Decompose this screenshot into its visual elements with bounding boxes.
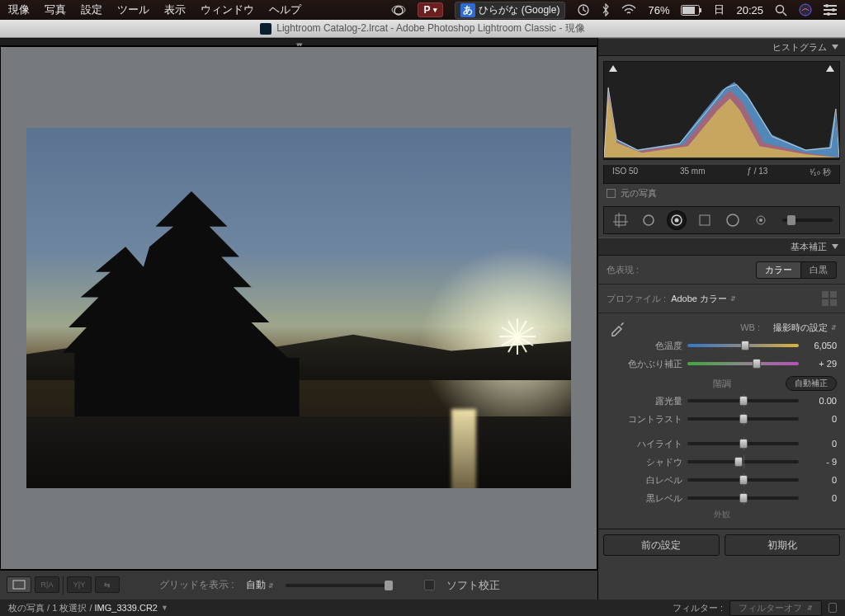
temp-label: 色温度 xyxy=(607,340,682,352)
creative-cloud-icon[interactable] xyxy=(391,4,406,16)
basic-title: 基本補正 xyxy=(791,241,827,253)
bluetooth-icon[interactable] xyxy=(602,3,610,16)
iso-value: ISO 50 xyxy=(612,167,638,178)
treatment-color[interactable]: カラー xyxy=(756,261,801,279)
temp-value[interactable]: 6,050 xyxy=(804,341,837,350)
exposure-value[interactable]: 0.00 xyxy=(804,396,837,406)
view-before-after-y-button[interactable]: Y|Y xyxy=(67,576,92,593)
image-canvas[interactable] xyxy=(0,46,597,570)
auto-tone-button[interactable]: 自動補正 xyxy=(786,376,837,391)
disclosure-icon xyxy=(832,45,838,49)
contrast-label: コントラスト xyxy=(607,413,682,426)
disclosure-icon xyxy=(832,244,838,249)
svg-point-13 xyxy=(825,4,828,7)
filter-lock-icon[interactable] xyxy=(828,603,837,613)
filter-label: フィルター : xyxy=(673,602,723,614)
view-loupe-button[interactable] xyxy=(7,576,31,593)
softproof-checkbox[interactable] xyxy=(424,580,435,590)
shadows-slider[interactable] xyxy=(687,456,799,468)
siri-icon[interactable] xyxy=(799,3,812,16)
menu-photo[interactable]: 写真 xyxy=(45,2,66,17)
app-switcher-icon[interactable]: P▾ xyxy=(418,2,443,17)
wb-eyedropper-tool[interactable] xyxy=(607,316,630,339)
menu-tools[interactable]: ツール xyxy=(117,2,149,17)
reset-button[interactable]: 初期化 xyxy=(725,534,841,556)
spot-tool[interactable] xyxy=(639,210,659,230)
svg-point-26 xyxy=(759,219,762,222)
whites-label: 白レベル xyxy=(607,474,682,487)
treatment-toggle[interactable]: カラー 白黒 xyxy=(756,261,837,279)
basic-header[interactable]: 基本補正 xyxy=(598,237,845,256)
original-photo-toggle[interactable]: 元の写真 xyxy=(598,184,845,203)
tool-size-slider[interactable] xyxy=(782,219,833,222)
whites-slider[interactable] xyxy=(687,474,799,486)
profile-browser-icon[interactable] xyxy=(822,291,837,306)
checkbox-icon xyxy=(607,189,616,198)
svg-line-7 xyxy=(783,12,786,16)
svg-rect-4 xyxy=(682,7,695,14)
grid-opacity-slider[interactable] xyxy=(286,584,393,587)
histogram[interactable] xyxy=(603,61,840,160)
menu-develop[interactable]: 現像 xyxy=(8,2,30,17)
exposure-slider[interactable] xyxy=(687,395,799,407)
shadows-label: シャドウ xyxy=(607,456,682,468)
control-center-icon[interactable] xyxy=(824,4,837,16)
view-swap-button[interactable]: ⇆ xyxy=(95,576,120,593)
svg-rect-23 xyxy=(700,215,710,225)
local-tools-strip xyxy=(603,206,840,234)
time-machine-icon[interactable] xyxy=(577,3,590,16)
tint-value[interactable]: + 29 xyxy=(804,359,837,369)
menu-help[interactable]: ヘルプ xyxy=(269,2,301,17)
window-title: Lightroom Catalog-2.lrcat - Adobe Photos… xyxy=(276,21,585,35)
status-bar: 枚の写真 / 1 枚選択 / IMG_3339.CR2 ▼ フィルター : フィ… xyxy=(0,600,845,616)
highlights-value[interactable]: 0 xyxy=(804,439,837,449)
svg-point-6 xyxy=(777,5,784,12)
module-picker-collapsed[interactable]: ▾▾ xyxy=(0,38,597,46)
blacks-value[interactable]: 0 xyxy=(804,493,837,503)
battery-icon[interactable] xyxy=(681,5,702,16)
wifi-icon[interactable] xyxy=(621,4,636,16)
view-before-after-lr-button[interactable]: R|A xyxy=(35,576,59,593)
svg-point-15 xyxy=(827,12,830,16)
histogram-header[interactable]: ヒストグラム xyxy=(598,38,845,56)
crop-tool[interactable] xyxy=(611,210,630,230)
selection-count: 枚の写真 / 1 枚選択 / xyxy=(8,602,92,614)
redeye-tool[interactable] xyxy=(667,210,687,230)
menu-view[interactable]: 表示 xyxy=(164,2,186,17)
exif-readout: ISO 50 35 mm ƒ / 13 ¹⁄₁₀ 秒 xyxy=(603,165,840,184)
wb-preset-popup[interactable]: 撮影時の設定⇵ xyxy=(773,322,837,334)
svg-point-24 xyxy=(727,214,739,226)
svg-point-20 xyxy=(644,215,654,225)
menu-window[interactable]: ウィンドウ xyxy=(201,2,254,17)
previous-settings-button[interactable]: 前の設定 xyxy=(603,534,720,556)
treatment-bw[interactable]: 白黒 xyxy=(801,261,837,279)
macos-menubar: 現像 写真 設定 ツール 表示 ウィンドウ ヘルプ P▾ あ ひらがな (Goo… xyxy=(0,0,845,20)
filename-dropdown-icon[interactable]: ▼ xyxy=(161,604,168,612)
contrast-value[interactable]: 0 xyxy=(804,414,837,424)
battery-percent: 76% xyxy=(648,4,669,16)
profile-popup[interactable]: Adobe カラー⇵ xyxy=(671,293,736,305)
filter-popup[interactable]: フィルターオフ⇵ xyxy=(729,600,822,616)
spotlight-icon[interactable] xyxy=(775,4,787,16)
radial-tool[interactable] xyxy=(723,210,743,230)
grid-mode-popup[interactable]: 自動 ⇵ xyxy=(246,578,274,592)
ime-indicator[interactable]: あ ひらがな (Google) xyxy=(455,2,565,19)
clock-time: 20:25 xyxy=(736,4,763,16)
contrast-slider[interactable] xyxy=(687,413,799,425)
histogram-title: ヒストグラム xyxy=(772,41,827,54)
highlights-slider[interactable] xyxy=(687,438,799,449)
clock-day: 日 xyxy=(714,2,725,17)
focal-value: 35 mm xyxy=(680,167,706,178)
menu-settings[interactable]: 設定 xyxy=(81,2,102,17)
gradient-tool[interactable] xyxy=(695,210,715,230)
brush-tool[interactable] xyxy=(751,210,771,230)
tint-slider[interactable] xyxy=(687,358,799,369)
svg-rect-16 xyxy=(13,581,25,589)
treatment-label: 色表現 : xyxy=(607,264,639,276)
tint-label: 色かぶり補正 xyxy=(607,358,682,370)
whites-value[interactable]: 0 xyxy=(804,475,837,485)
shadows-value[interactable]: - 9 xyxy=(804,457,837,467)
blacks-slider[interactable] xyxy=(687,492,799,504)
temp-slider[interactable] xyxy=(687,340,799,351)
blacks-label: 黒レベル xyxy=(607,492,682,505)
